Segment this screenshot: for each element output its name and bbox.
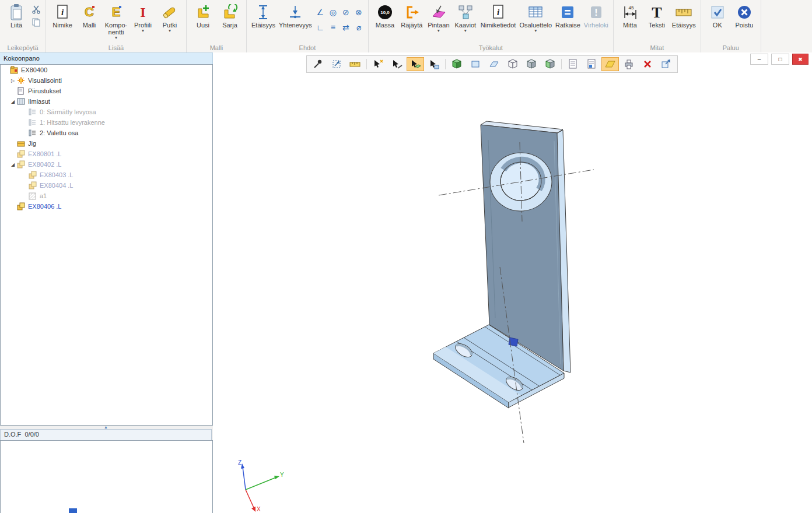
new-button[interactable]: Uusi [190,2,216,29]
pipe-button[interactable]: Putki ▾ [156,2,183,33]
new-model-icon [195,3,211,22]
zoom-extents-icon[interactable] [328,57,345,71]
parts-list-icon [527,3,544,22]
hatch-icon [29,192,38,200]
dropdown-icon[interactable]: ▾ [534,29,537,33]
constraint-exclude-button[interactable]: ⊘ [340,5,352,20]
close-button[interactable]: ✖ [792,54,808,65]
item-button[interactable]: i Nimike [49,2,76,29]
tree-item-ex80404[interactable]: EX80404 .L [1,180,212,191]
tree-item-representation-2[interactable]: 2: Valettu osa [1,128,212,138]
select-face-icon[interactable] [407,57,424,71]
ok-button[interactable]: OK [704,2,731,29]
property-area[interactable] [0,440,213,513]
measure-icon[interactable] [346,57,364,71]
ok-check-icon [710,3,725,22]
delete-icon[interactable] [639,57,656,71]
print-icon[interactable] [620,57,638,71]
expander-icon[interactable]: ◢ [9,162,17,167]
dropdown-icon[interactable]: ▾ [169,29,171,33]
distance-button[interactable]: Etäisyys [670,2,698,29]
assembly-tree[interactable]: EX80400 ▷ Visualisointi Piirustukset ◢ I… [0,64,213,426]
distance-constraint-button[interactable]: Etäisyys [250,2,277,29]
box-face-icon[interactable] [541,57,559,71]
tree-item-ex80406[interactable]: EX80406 .L [1,201,212,212]
part-icon [17,139,26,147]
select-vertex-icon[interactable] [369,57,387,71]
face-view-icon[interactable] [467,57,484,71]
part-list-icon[interactable] [564,57,582,71]
solid-view-icon[interactable] [448,57,466,71]
coincidence-button[interactable]: Yhtenevyys [277,2,314,29]
cut-icon[interactable] [31,5,41,14]
explode-button[interactable]: Räjäytä [398,2,425,29]
constraint-concentric-button[interactable]: ◎ [327,5,340,20]
item-data-button[interactable]: i Nimiketiedot [479,2,518,29]
constraint-swap-button[interactable]: ⇄ [340,20,352,35]
paste-button[interactable]: Liitä [3,2,30,29]
model-3d[interactable] [213,52,812,513]
measure-button[interactable]: 45 Mitta [617,2,643,29]
box-wireframe-icon[interactable] [504,57,522,71]
select-plane-icon[interactable] [425,57,443,71]
select-edge-icon[interactable] [388,57,405,71]
tree-item-root[interactable]: EX80400 [1,65,212,75]
expander-icon[interactable]: ◢ [9,99,17,104]
tree-item-a1[interactable]: a1 [1,191,212,201]
constraint-parallel-button[interactable]: ≡ [327,20,340,35]
parts-list-button[interactable]: Osaluettelo ▾ [517,2,554,33]
tree-item-drawings[interactable]: Piirustukset [1,86,212,96]
box-shaded-icon[interactable] [523,57,540,71]
minimize-button[interactable]: – [750,54,768,65]
tree-item-visualization[interactable]: ▷ Visualisointi [1,75,212,86]
explode-icon [404,3,420,22]
constraint-fix-button[interactable]: ⊗ [352,5,365,20]
to-surface-button[interactable]: Pintaan ▾ [425,2,452,33]
dof-value: 0/0/0 [24,431,38,438]
maximize-button[interactable]: □ [771,54,789,65]
constraint-perpendicular-button[interactable]: ∟ [314,20,327,35]
exit-button[interactable]: Poistu [731,2,758,29]
constraint-angle-button[interactable]: ∠ [314,5,327,20]
model-button[interactable]: C Malli [76,2,103,29]
tree-item-ex80402[interactable]: ◢ EX80402 .L [1,159,212,170]
tree-item-jig[interactable]: Jig [1,138,212,149]
workplane-icon[interactable] [601,57,619,71]
error-log-button[interactable]: ! Virheloki [582,2,610,29]
representation-icon [29,108,38,116]
diagrams-button[interactable]: Kaaviot ▾ [452,2,479,33]
dof-label: D.O.F [4,431,21,438]
tree-item-representation-1[interactable]: 1: Hitsattu levyrakenne [1,117,212,128]
ribbon: Liitä Leikepöytä i Nimike C Malli [0,0,812,53]
solve-button[interactable]: Ratkaise [554,2,582,29]
tree-item-ex80403[interactable]: EX80403 .L [1,170,212,180]
model-viewport[interactable]: – □ ✖ Z Y X [213,52,812,513]
viewport-toolbar [306,55,678,73]
dropdown-icon[interactable]: ▾ [438,29,440,33]
axes-triad: Z Y X [229,458,285,513]
text-button[interactable]: T Teksti [643,2,670,29]
dropdown-icon[interactable]: ▾ [142,29,144,33]
plane-view-icon[interactable] [485,57,503,71]
dof-status: D.O.F 0/0/0 [0,429,212,441]
tree-item-representations[interactable]: ◢ Ilmiasut [1,96,212,107]
axis-y-label: Y [280,472,284,478]
model-c-icon: C [82,3,97,22]
part-list-blue-icon[interactable] [583,57,600,71]
pin-icon[interactable] [309,57,327,71]
export-view-icon[interactable] [657,57,675,71]
component-button[interactable]: E Kompo- nentti ▾ [103,2,130,40]
dropdown-icon[interactable]: ▾ [464,29,467,33]
series-button[interactable]: Sarja [216,2,243,29]
ribbon-group-model: Uusi Sarja Malli [187,0,247,52]
component-e-icon: E [108,3,124,22]
copy-icon[interactable] [31,17,41,27]
expander-icon[interactable]: ▷ [9,78,17,83]
panel-splitter-handle[interactable]: ▲ [0,425,212,429]
tree-item-representation-0[interactable]: 0: Särmätty levyosa [1,107,212,117]
mass-button[interactable]: 10,0 Massa [372,2,398,29]
profile-button[interactable]: I Profiili ▾ [130,2,156,33]
dropdown-icon[interactable]: ▾ [115,36,117,40]
tree-item-ex80801[interactable]: EX80801 .L [1,149,212,159]
constraint-diameter-button[interactable]: ⌀ [352,20,365,35]
